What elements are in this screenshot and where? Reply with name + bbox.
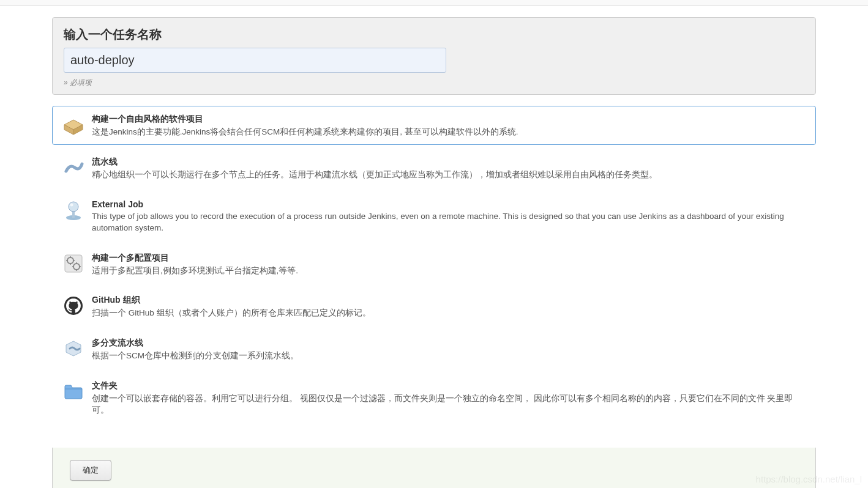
type-desc: 扫描一个 GitHub 组织（或者个人账户）的所有仓库来匹配已定义的标记。 [92,308,807,319]
svg-point-2 [69,202,78,212]
type-text: 构建一个多配置项目 适用于多配置项目,例如多环境测试,平台指定构建,等等. [92,251,807,277]
folder-icon [61,379,86,404]
type-option-github-org[interactable]: GitHub 组织 扫描一个 GitHub 组织（或者个人账户）的所有仓库来匹配… [52,287,816,326]
external-job-icon [61,198,86,223]
freestyle-icon [61,113,86,137]
type-option-pipeline[interactable]: 流水线 精心地组织一个可以长期运行在多个节点上的任务。适用于构建流水线（更加正式… [52,149,816,188]
svg-point-3 [70,203,73,206]
multibranch-icon [61,336,86,361]
item-name-input[interactable] [64,48,446,73]
header-section: 输入一个任务名称 » 必填项 [52,17,816,95]
type-desc: 根据一个SCM仓库中检测到的分支创建一系列流水线。 [92,350,807,362]
type-text: External Job This type of job allows you… [92,198,807,234]
type-desc: 精心地组织一个可以长期运行在多个节点上的任务。适用于构建流水线（更加正式地应当称… [92,169,807,181]
job-type-list: 构建一个自由风格的软件项目 这是Jenkins的主要功能.Jenkins将会结合… [52,106,816,435]
type-title: 构建一个自由风格的软件项目 [92,114,807,125]
type-text: 构建一个自由风格的软件项目 这是Jenkins的主要功能.Jenkins将会结合… [92,113,807,138]
github-icon [61,294,86,318]
page-title: 输入一个任务名称 [64,26,804,43]
top-bar [0,0,868,6]
type-title: 流水线 [92,157,807,168]
type-option-multibranch[interactable]: 多分支流水线 根据一个SCM仓库中检测到的分支创建一系列流水线。 [52,330,816,369]
type-title: GitHub 组织 [92,295,807,306]
type-text: 文件夹 创建一个可以嵌套存储的容器。利用它可以进行分组。 视图仅仅是一个过滤器，… [92,379,807,416]
type-option-folder[interactable]: 文件夹 创建一个可以嵌套存储的容器。利用它可以进行分组。 视图仅仅是一个过滤器，… [52,372,816,423]
pipeline-icon [61,155,86,180]
type-text: GitHub 组织 扫描一个 GitHub 组织（或者个人账户）的所有仓库来匹配… [92,294,807,319]
type-option-external[interactable]: External Job This type of job allows you… [52,191,816,241]
ok-button[interactable]: 确定 [70,460,111,481]
required-hint: » 必填项 [64,78,804,88]
watermark: https://blog.csdn.net/lian_l [756,474,862,484]
type-desc: 这是Jenkins的主要功能.Jenkins将会结合任何SCM和任何构建系统来构… [92,127,807,138]
type-desc: 创建一个可以嵌套存储的容器。利用它可以进行分组。 视图仅仅是一个过滤器，而文件夹… [92,393,807,416]
type-text: 多分支流水线 根据一个SCM仓库中检测到的分支创建一系列流水线。 [92,336,807,362]
footer-bar: 确定 [52,448,816,488]
type-title: 多分支流水线 [92,338,807,349]
type-option-freestyle[interactable]: 构建一个自由风格的软件项目 这是Jenkins的主要功能.Jenkins将会结合… [52,106,816,145]
type-desc: This type of job allows you to record th… [92,211,807,234]
type-title: 构建一个多配置项目 [92,253,807,264]
main-container: 输入一个任务名称 » 必填项 构建一个自由风格的软件项目 这是Jenkins的主… [0,6,868,488]
multiconfig-icon [61,251,86,276]
type-title: External Job [92,199,807,209]
type-option-multiconfig[interactable]: 构建一个多配置项目 适用于多配置项目,例如多环境测试,平台指定构建,等等. [52,245,816,284]
svg-rect-4 [65,255,82,272]
type-desc: 适用于多配置项目,例如多环境测试,平台指定构建,等等. [92,265,807,277]
type-text: 流水线 精心地组织一个可以长期运行在多个节点上的任务。适用于构建流水线（更加正式… [92,155,807,181]
type-title: 文件夹 [92,380,807,391]
